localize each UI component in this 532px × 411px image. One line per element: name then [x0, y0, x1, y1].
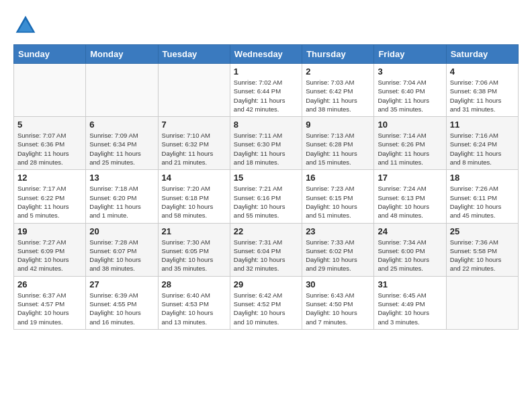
calendar-cell: 6Sunrise: 7:09 AM Sunset: 6:34 PM Daylig…	[86, 117, 158, 170]
weekday-header: Thursday	[302, 45, 374, 64]
day-info: Sunrise: 7:24 AM Sunset: 6:13 PM Dayligh…	[378, 184, 442, 220]
day-info: Sunrise: 7:31 AM Sunset: 6:04 PM Dayligh…	[234, 238, 298, 273]
day-number: 9	[306, 120, 370, 130]
day-info: Sunrise: 7:20 AM Sunset: 6:18 PM Dayligh…	[162, 184, 226, 220]
day-info: Sunrise: 7:36 AM Sunset: 5:58 PM Dayligh…	[450, 238, 515, 273]
day-info: Sunrise: 7:23 AM Sunset: 6:15 PM Dayligh…	[306, 184, 370, 220]
weekday-header: Friday	[374, 45, 446, 64]
calendar-cell: 2Sunrise: 7:03 AM Sunset: 6:42 PM Daylig…	[302, 64, 374, 117]
weekday-header: Monday	[86, 45, 158, 64]
day-number: 12	[17, 173, 82, 183]
logo	[13, 13, 40, 38]
day-info: Sunrise: 7:34 AM Sunset: 6:00 PM Dayligh…	[378, 238, 442, 273]
day-info: Sunrise: 7:18 AM Sunset: 6:20 PM Dayligh…	[89, 184, 154, 220]
day-info: Sunrise: 7:13 AM Sunset: 6:28 PM Dayligh…	[306, 131, 370, 167]
calendar-cell: 16Sunrise: 7:23 AM Sunset: 6:15 PM Dayli…	[302, 170, 374, 223]
calendar-week-row: 26Sunrise: 6:37 AM Sunset: 4:57 PM Dayli…	[14, 276, 519, 329]
calendar-cell: 10Sunrise: 7:14 AM Sunset: 6:26 PM Dayli…	[374, 117, 446, 170]
day-info: Sunrise: 7:21 AM Sunset: 6:16 PM Dayligh…	[234, 184, 298, 220]
day-info: Sunrise: 6:43 AM Sunset: 4:50 PM Dayligh…	[306, 291, 370, 326]
day-number: 3	[378, 66, 442, 77]
calendar-cell: 21Sunrise: 7:30 AM Sunset: 6:05 PM Dayli…	[158, 223, 230, 276]
calendar-table: SundayMondayTuesdayWednesdayThursdayFrid…	[13, 44, 519, 330]
day-info: Sunrise: 7:27 AM Sunset: 6:09 PM Dayligh…	[17, 238, 82, 273]
day-info: Sunrise: 7:09 AM Sunset: 6:34 PM Dayligh…	[89, 131, 154, 167]
day-info: Sunrise: 7:16 AM Sunset: 6:24 PM Dayligh…	[450, 131, 515, 167]
calendar-cell: 14Sunrise: 7:20 AM Sunset: 6:18 PM Dayli…	[158, 170, 230, 223]
day-number: 16	[306, 173, 370, 183]
day-number: 11	[450, 120, 515, 130]
calendar-cell: 8Sunrise: 7:11 AM Sunset: 6:30 PM Daylig…	[230, 117, 302, 170]
calendar-cell: 4Sunrise: 7:06 AM Sunset: 6:38 PM Daylig…	[446, 64, 518, 117]
calendar-body: 1Sunrise: 7:02 AM Sunset: 6:44 PM Daylig…	[14, 64, 519, 330]
calendar-cell: 15Sunrise: 7:21 AM Sunset: 6:16 PM Dayli…	[230, 170, 302, 223]
calendar-week-row: 5Sunrise: 7:07 AM Sunset: 6:36 PM Daylig…	[14, 117, 519, 170]
page-header	[13, 13, 519, 38]
day-number: 6	[89, 120, 154, 130]
calendar-cell: 27Sunrise: 6:39 AM Sunset: 4:55 PM Dayli…	[86, 276, 158, 329]
calendar-cell	[158, 64, 230, 117]
calendar-cell: 23Sunrise: 7:33 AM Sunset: 6:02 PM Dayli…	[302, 223, 374, 276]
day-info: Sunrise: 7:30 AM Sunset: 6:05 PM Dayligh…	[162, 238, 226, 273]
calendar-cell: 7Sunrise: 7:10 AM Sunset: 6:32 PM Daylig…	[158, 117, 230, 170]
day-number: 13	[89, 173, 154, 183]
day-info: Sunrise: 7:10 AM Sunset: 6:32 PM Dayligh…	[162, 131, 226, 167]
calendar-cell: 5Sunrise: 7:07 AM Sunset: 6:36 PM Daylig…	[14, 117, 86, 170]
calendar-cell: 1Sunrise: 7:02 AM Sunset: 6:44 PM Daylig…	[230, 64, 302, 117]
weekday-header: Wednesday	[230, 45, 302, 64]
day-info: Sunrise: 7:04 AM Sunset: 6:40 PM Dayligh…	[378, 78, 442, 113]
day-number: 28	[162, 279, 226, 289]
calendar-header: SundayMondayTuesdayWednesdayThursdayFrid…	[14, 45, 519, 64]
day-number: 29	[234, 279, 298, 289]
day-info: Sunrise: 7:03 AM Sunset: 6:42 PM Dayligh…	[306, 78, 370, 113]
weekday-header: Tuesday	[158, 45, 230, 64]
day-number: 20	[89, 226, 154, 236]
calendar-cell: 20Sunrise: 7:28 AM Sunset: 6:07 PM Dayli…	[86, 223, 158, 276]
day-number: 31	[378, 279, 442, 289]
calendar-week-row: 12Sunrise: 7:17 AM Sunset: 6:22 PM Dayli…	[14, 170, 519, 223]
calendar-cell: 28Sunrise: 6:40 AM Sunset: 4:53 PM Dayli…	[158, 276, 230, 329]
weekday-header: Saturday	[446, 45, 518, 64]
day-info: Sunrise: 6:39 AM Sunset: 4:55 PM Dayligh…	[89, 291, 154, 326]
calendar-cell: 19Sunrise: 7:27 AM Sunset: 6:09 PM Dayli…	[14, 223, 86, 276]
calendar-cell: 31Sunrise: 6:45 AM Sunset: 4:49 PM Dayli…	[374, 276, 446, 329]
day-number: 14	[162, 173, 226, 183]
calendar-cell	[86, 64, 158, 117]
day-number: 1	[234, 66, 298, 77]
weekday-header-row: SundayMondayTuesdayWednesdayThursdayFrid…	[14, 45, 519, 64]
day-number: 5	[17, 120, 82, 130]
day-number: 15	[234, 173, 298, 183]
day-info: Sunrise: 6:45 AM Sunset: 4:49 PM Dayligh…	[378, 291, 442, 326]
day-number: 26	[17, 279, 82, 289]
day-number: 10	[378, 120, 442, 130]
day-number: 7	[162, 120, 226, 130]
day-info: Sunrise: 7:33 AM Sunset: 6:02 PM Dayligh…	[306, 238, 370, 273]
calendar-cell: 13Sunrise: 7:18 AM Sunset: 6:20 PM Dayli…	[86, 170, 158, 223]
calendar-cell	[14, 64, 86, 117]
day-info: Sunrise: 7:28 AM Sunset: 6:07 PM Dayligh…	[89, 238, 154, 273]
day-number: 8	[234, 120, 298, 130]
day-info: Sunrise: 7:02 AM Sunset: 6:44 PM Dayligh…	[234, 78, 298, 113]
calendar-cell: 22Sunrise: 7:31 AM Sunset: 6:04 PM Dayli…	[230, 223, 302, 276]
day-number: 19	[17, 226, 82, 236]
day-number: 23	[306, 226, 370, 236]
calendar-cell: 9Sunrise: 7:13 AM Sunset: 6:28 PM Daylig…	[302, 117, 374, 170]
day-number: 2	[306, 66, 370, 77]
calendar-cell: 11Sunrise: 7:16 AM Sunset: 6:24 PM Dayli…	[446, 117, 518, 170]
day-info: Sunrise: 7:06 AM Sunset: 6:38 PM Dayligh…	[450, 78, 515, 113]
calendar-week-row: 1Sunrise: 7:02 AM Sunset: 6:44 PM Daylig…	[14, 64, 519, 117]
day-number: 30	[306, 279, 370, 289]
calendar-cell: 17Sunrise: 7:24 AM Sunset: 6:13 PM Dayli…	[374, 170, 446, 223]
day-info: Sunrise: 7:07 AM Sunset: 6:36 PM Dayligh…	[17, 131, 82, 167]
day-info: Sunrise: 6:37 AM Sunset: 4:57 PM Dayligh…	[17, 291, 82, 326]
calendar-cell: 12Sunrise: 7:17 AM Sunset: 6:22 PM Dayli…	[14, 170, 86, 223]
calendar-cell: 30Sunrise: 6:43 AM Sunset: 4:50 PM Dayli…	[302, 276, 374, 329]
calendar-cell: 26Sunrise: 6:37 AM Sunset: 4:57 PM Dayli…	[14, 276, 86, 329]
day-info: Sunrise: 6:42 AM Sunset: 4:52 PM Dayligh…	[234, 291, 298, 326]
calendar-cell: 18Sunrise: 7:26 AM Sunset: 6:11 PM Dayli…	[446, 170, 518, 223]
day-info: Sunrise: 7:17 AM Sunset: 6:22 PM Dayligh…	[17, 184, 82, 220]
calendar-cell: 25Sunrise: 7:36 AM Sunset: 5:58 PM Dayli…	[446, 223, 518, 276]
logo-icon	[13, 13, 38, 38]
day-number: 4	[450, 66, 515, 77]
day-number: 24	[378, 226, 442, 236]
